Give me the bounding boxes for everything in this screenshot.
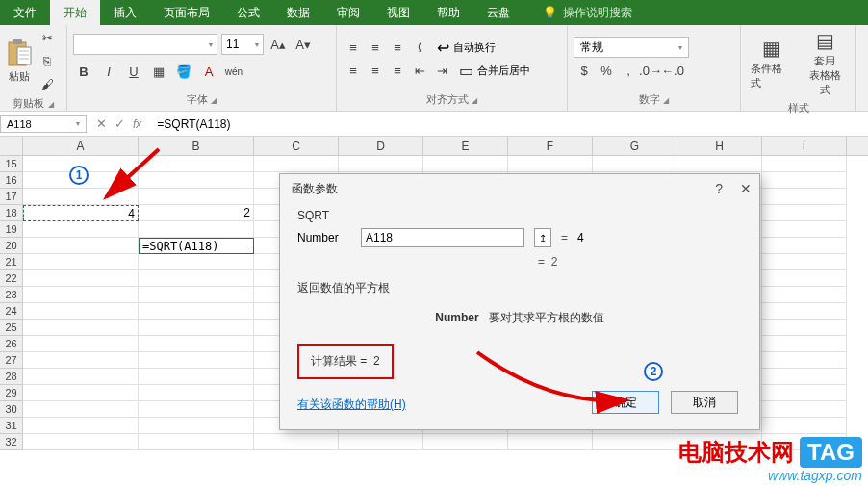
cell[interactable] <box>762 385 847 401</box>
cell[interactable] <box>23 401 139 418</box>
dialog-title-bar[interactable]: 函数参数 ? ✕ <box>280 174 759 203</box>
cell[interactable] <box>139 172 254 189</box>
tab-layout[interactable]: 页面布局 <box>150 0 223 25</box>
cell[interactable] <box>23 287 139 303</box>
tab-data[interactable]: 数据 <box>273 0 323 25</box>
dialog-launcher-icon[interactable]: ◢ <box>48 100 54 109</box>
cell[interactable] <box>139 385 254 401</box>
cell[interactable] <box>23 270 139 287</box>
table-format-button[interactable]: ▤ 套用 表格格式 <box>801 27 851 99</box>
align-bottom-button[interactable]: ≡ <box>387 37 408 58</box>
formula-input[interactable] <box>151 115 868 133</box>
cell[interactable]: 4 <box>23 205 139 221</box>
tab-file[interactable]: 文件 <box>0 0 50 25</box>
cell[interactable] <box>139 369 254 385</box>
font-size-select[interactable]: 11▾ <box>221 34 264 55</box>
cell[interactable] <box>139 320 254 336</box>
increase-indent-button[interactable]: ⇥ <box>431 60 452 81</box>
increase-decimal-button[interactable]: .0→ <box>640 60 661 81</box>
cell[interactable] <box>762 336 847 352</box>
close-button[interactable]: ✕ <box>740 181 752 196</box>
dialog-launcher-icon[interactable]: ◢ <box>663 96 669 105</box>
row-header[interactable]: 19 <box>0 221 23 238</box>
row-header[interactable]: 29 <box>0 385 23 401</box>
cell[interactable] <box>139 303 254 320</box>
cell[interactable] <box>762 221 847 238</box>
cell[interactable] <box>23 434 139 450</box>
cell[interactable] <box>762 254 847 270</box>
row-header[interactable]: 30 <box>0 401 23 418</box>
row-header[interactable]: 23 <box>0 287 23 303</box>
cell[interactable] <box>762 238 847 254</box>
increase-font-button[interactable]: A▴ <box>268 34 289 55</box>
cell[interactable] <box>139 254 254 270</box>
cell[interactable] <box>23 254 139 270</box>
row-header[interactable]: 31 <box>0 418 23 434</box>
col-header[interactable]: E <box>423 137 508 155</box>
cell[interactable] <box>762 303 847 320</box>
row-header[interactable]: 28 <box>0 369 23 385</box>
align-center-button[interactable]: ≡ <box>365 60 386 81</box>
decrease-decimal-button[interactable]: ←.0 <box>662 60 683 81</box>
cell[interactable] <box>139 352 254 369</box>
range-selector-button[interactable]: ↥ <box>534 228 551 247</box>
decrease-indent-button[interactable]: ⇤ <box>409 60 430 81</box>
cell[interactable] <box>139 189 254 205</box>
underline-button[interactable]: U <box>123 61 144 82</box>
border-button[interactable]: ▦ <box>148 61 169 82</box>
row-header[interactable]: 24 <box>0 303 23 320</box>
col-header[interactable]: I <box>762 137 847 155</box>
format-painter-button[interactable]: 🖌 <box>37 73 58 94</box>
cell[interactable] <box>139 434 254 450</box>
wrap-text-button[interactable]: ↩ 自动换行 <box>437 37 496 58</box>
phonetic-button[interactable]: wén <box>223 61 244 82</box>
cell[interactable] <box>23 238 139 254</box>
cell[interactable] <box>139 336 254 352</box>
orientation-button[interactable]: ⤹ <box>409 37 430 58</box>
cell[interactable]: 2 <box>139 205 254 221</box>
tab-cloud[interactable]: 云盘 <box>473 0 523 25</box>
row-header[interactable]: 27 <box>0 352 23 369</box>
col-header[interactable]: B <box>139 137 254 155</box>
cell[interactable] <box>23 352 139 369</box>
select-all-corner[interactable] <box>0 137 23 155</box>
col-header[interactable]: D <box>339 137 423 155</box>
paste-button[interactable]: 粘贴 <box>6 38 33 84</box>
cell[interactable] <box>339 156 423 172</box>
italic-button[interactable]: I <box>98 61 119 82</box>
cell[interactable] <box>139 270 254 287</box>
cell[interactable] <box>139 221 254 238</box>
cell[interactable]: =SQRT(A118) <box>139 238 254 254</box>
cell[interactable] <box>23 369 139 385</box>
name-box[interactable]: A118▾ <box>0 115 87 133</box>
dialog-launcher-icon[interactable]: ◢ <box>211 96 217 105</box>
comma-button[interactable]: , <box>618 60 639 81</box>
cell[interactable] <box>762 172 847 189</box>
cell[interactable] <box>762 156 847 172</box>
cell[interactable] <box>762 418 847 434</box>
row-header[interactable]: 20 <box>0 238 23 254</box>
cell[interactable] <box>762 205 847 221</box>
cell[interactable] <box>762 352 847 369</box>
cell[interactable] <box>762 287 847 303</box>
cell[interactable] <box>23 320 139 336</box>
ok-button[interactable]: 确定 <box>592 391 659 414</box>
cell[interactable] <box>508 156 593 172</box>
col-header[interactable]: H <box>677 137 762 155</box>
row-header[interactable]: 17 <box>0 189 23 205</box>
row-header[interactable]: 25 <box>0 320 23 336</box>
cell[interactable] <box>677 156 762 172</box>
tab-help[interactable]: 帮助 <box>423 0 473 25</box>
merge-center-button[interactable]: ▭ 合并后居中 <box>459 60 530 81</box>
cell[interactable] <box>139 418 254 434</box>
tab-review[interactable]: 审阅 <box>323 0 373 25</box>
align-right-button[interactable]: ≡ <box>387 60 408 81</box>
copy-button[interactable]: ⎘ <box>37 50 58 71</box>
percent-button[interactable]: % <box>596 60 617 81</box>
number-format-select[interactable]: 常规▾ <box>574 37 689 58</box>
cell[interactable] <box>423 434 508 450</box>
enter-formula-button[interactable]: ✓ <box>115 116 125 131</box>
cell[interactable] <box>23 221 139 238</box>
align-top-button[interactable]: ≡ <box>343 37 364 58</box>
row-header[interactable]: 32 <box>0 434 23 450</box>
